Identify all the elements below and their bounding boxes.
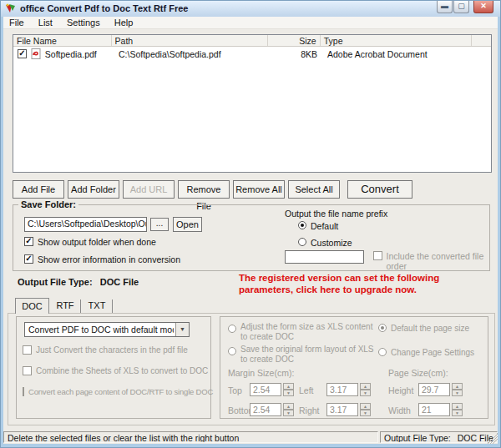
select-all-button[interactable]: Select All [288,180,340,199]
column-header-empty [472,35,491,46]
output-file-type-value: DOC File [100,277,139,287]
show-error-info-checkbox[interactable]: ✓ Show error information in conversion [24,254,180,264]
save-original-layout-label: Save the original form layout of XLS to … [240,345,381,365]
spinner-up-icon: ▲ [283,383,294,390]
convert-button[interactable]: Convert [347,180,412,199]
page-height-value: 29.7 [418,383,450,396]
menu-file[interactable]: File [3,17,30,28]
convert-mode-select[interactable]: Convert PDF to DOC with default mode ▼ [24,322,190,337]
table-row[interactable]: ✓ Softpedia.pdf C:\Softpedia\Softpedia.p… [13,47,491,61]
spinner-up-icon: ▲ [452,383,463,390]
spinner-down-icon: ▼ [452,390,463,396]
margin-right-value: 3.17 [326,403,358,416]
custom-prefix-input[interactable] [285,250,364,264]
output-path-input[interactable]: C:\Users\Softpedia\Desktop\Output Files [24,217,147,232]
margin-right-label: Right [299,405,320,415]
app-window: office Convert Pdf to Doc Text Rtf Free … [0,0,501,448]
margin-top-value: 2.54 [250,383,281,396]
output-file-type-label: Output File Type: [18,277,93,287]
show-output-folder-checkbox[interactable]: ✓ Show output folder when done [24,237,156,247]
column-header-type[interactable]: Type [321,35,472,46]
combine-sheets-label: Combine the Sheets of XLS to convert to … [36,366,208,375]
default-page-size-label: Default the page size [391,324,469,333]
prefix-section-label: Output the file name prefix [285,209,387,219]
adjust-form-size-radio: Adjust the form size as XLS content to c… [228,322,382,342]
resize-grip-icon[interactable] [487,433,498,444]
tab-txt[interactable]: TXT [82,300,113,313]
chevron-down-icon[interactable]: ▼ [175,323,189,336]
show-error-info-label: Show error information in conversion [38,254,180,264]
menu-help[interactable]: Help [109,17,139,28]
save-folder-group-label: Save Folder: [18,199,78,209]
status-bar: Delete the selected files or clear the l… [3,430,498,444]
margin-size-label: Margin Size(cm): [228,368,294,378]
spinner-down-icon: ▼ [283,390,294,396]
radio-dot-icon [381,326,384,330]
add-folder-button[interactable]: Add Folder [68,180,119,199]
check-icon: ✓ [25,254,33,263]
change-page-settings-radio: Change Page Settings [378,348,474,357]
margin-left-value: 3.17 [326,383,358,396]
pdf-file-icon [31,48,41,59]
tab-doc[interactable]: DOC [15,298,49,314]
maximize-icon: ▢ [458,2,465,10]
spinner-up-icon: ▲ [360,383,371,390]
spinner-down-icon: ▼ [360,390,371,396]
page-width-value: 21 [418,403,450,416]
spinner-down-icon: ▼ [360,410,371,416]
open-folder-button[interactable]: Open [173,217,202,232]
check-icon: ✓ [25,237,33,245]
upgrade-notice-link[interactable]: The registered version can set the follo… [239,272,481,295]
window-title: office Convert Pdf to Doc Text Rtf Free [20,3,188,13]
show-output-folder-label: Show output folder when done [38,237,156,247]
menu-settings[interactable]: Settings [61,17,106,28]
file-type: Adobe Acrobat Document [321,49,473,59]
check-icon: ✓ [18,49,26,58]
margin-top-label: Top [228,385,242,395]
menu-list[interactable]: List [33,17,58,28]
upgrade-notice-line1: The registered version can set the follo… [239,272,481,284]
margin-left-stepper: 3.17 ▲▼ [326,383,371,396]
add-url-button: Add URL [123,180,175,199]
title-bar: office Convert Pdf to Doc Text Rtf Free … [1,1,500,17]
single-doc-label: Convert each page content of DOC/RTF to … [28,387,213,396]
prefix-default-radio[interactable]: Default [298,221,338,231]
column-header-size[interactable]: Size [268,35,321,46]
maximize-button[interactable]: ▢ [453,1,469,13]
app-icon [5,3,16,14]
spinner-up-icon: ▲ [452,403,463,410]
remove-file-button[interactable]: Remove File [178,180,230,199]
spinner-down-icon: ▼ [283,410,294,416]
save-original-layout-radio: Save the original form layout of XLS to … [228,345,382,365]
column-header-file-name[interactable]: File Name [13,35,112,46]
remove-all-button[interactable]: Remove All [233,180,285,199]
page-width-stepper: 21 ▲▼ [418,403,463,416]
spinner-up-icon: ▲ [360,403,371,410]
page-width-label: Width [388,405,411,415]
file-list-header: File Name Path Size Type [13,35,491,47]
status-output-type-label: Output File Type: [384,433,451,443]
file-size: 8KB [269,49,321,59]
single-doc-checkbox: Convert each page content of DOC/RTF to … [23,387,210,396]
margin-right-stepper: 3.17 ▲▼ [326,403,371,416]
prefix-default-label: Default [311,221,338,231]
upgrade-notice-line2: parameters, click here to upgrade now. [239,284,481,295]
browse-button[interactable]: ... [150,218,169,231]
tab-rtf[interactable]: RTF [50,300,81,313]
page-height-label: Height [388,385,413,395]
change-page-settings-label: Change Page Settings [391,348,474,357]
add-file-button[interactable]: Add File [13,180,64,199]
close-button[interactable]: ✕ [473,1,493,13]
convert-mode-value: Convert PDF to DOC with default mode [28,325,174,335]
file-list[interactable]: File Name Path Size Type ✓ Softpedia.pdf… [13,34,492,173]
just-convert-characters-checkbox: Just Convert the characters in the pdf f… [23,345,210,355]
file-row-checkbox[interactable]: ✓ [18,49,27,58]
minimize-button[interactable]: ▬ [437,1,453,13]
margin-bottom-stepper: 2.54 ▲▼ [250,403,294,416]
prefix-customize-radio[interactable]: Customize [298,238,352,248]
status-message: Delete the selected files or clear the l… [3,431,378,443]
menu-bar: File List Settings Help [3,17,498,29]
column-header-path[interactable]: Path [112,35,268,46]
include-file-order-checkbox: Include the converted file order [373,251,500,271]
page-height-stepper: 29.7 ▲▼ [418,383,463,396]
